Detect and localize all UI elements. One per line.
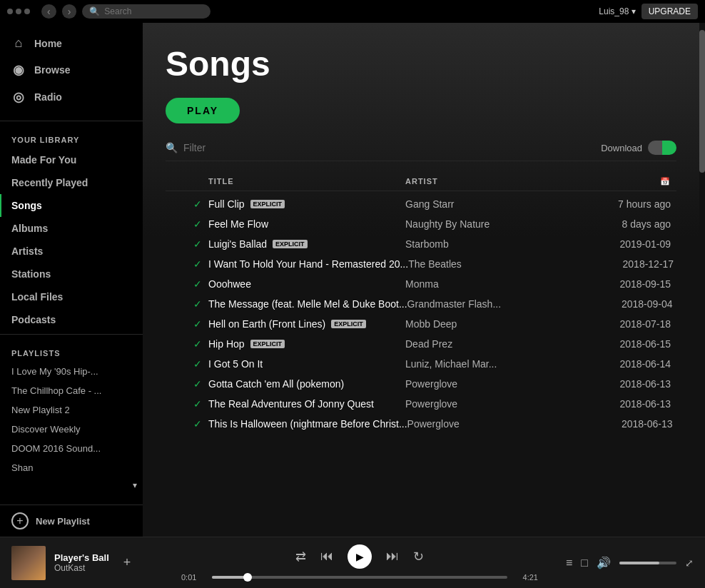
shuffle-button[interactable]: ⇄ [295, 549, 306, 564]
user-info: Luis_98 ▾ [599, 6, 635, 16]
next-button[interactable]: ⏭ [386, 549, 399, 564]
check-col: ✓ [187, 338, 208, 350]
table-row[interactable]: ✓Hell on Earth (Front Lines)EXPLICITMobb… [166, 314, 676, 334]
progress-bar[interactable] [212, 576, 507, 579]
sidebar-item-radio-label: Radio [34, 91, 62, 103]
table-row[interactable]: ✓Luigi's BalladEXPLICITStarbomb2019-01-0… [166, 234, 676, 254]
download-wrap: Download [601, 141, 676, 155]
title-cell: Hip HopEXPLICIT [208, 338, 405, 350]
check-col: ✓ [187, 278, 208, 290]
library-section-label: YOUR LIBRARY [0, 124, 143, 148]
top-bar-right: Luis_98 ▾ UPGRADE [599, 4, 698, 19]
player-album-art-inner [11, 546, 46, 580]
calendar-icon: 📅 [660, 177, 671, 186]
sidebar-item-podcasts[interactable]: Podcasts [0, 308, 143, 331]
download-toggle[interactable] [648, 141, 676, 155]
explicit-badge: EXPLICIT [273, 240, 308, 248]
check-col: ✓ [187, 318, 208, 330]
date-cell: 2018-06-13 [562, 378, 676, 390]
table-row[interactable]: ✓Full ClipEXPLICITGang Starr7 hours ago [166, 194, 676, 214]
player-add-button[interactable]: + [123, 555, 131, 570]
sidebar-item-browse-label: Browse [34, 64, 71, 76]
progress-fill [212, 576, 248, 579]
right-scrollbar[interactable] [699, 23, 705, 537]
search-input[interactable] [104, 6, 197, 16]
date-cell: 2018-07-18 [562, 318, 676, 330]
upgrade-button[interactable]: UPGRADE [641, 4, 698, 19]
songs-table: TITLE ARTIST 📅 ✓Full ClipEXPLICITGang St… [166, 173, 676, 434]
sidebar-item-made-for-you[interactable]: Made For You [0, 148, 143, 171]
sidebar-item-home[interactable]: ⌂ Home [0, 30, 143, 56]
sidebar-item-local-files-label: Local Files [11, 291, 63, 303]
title-cell: I Want To Hold Your Hand - Remastered 20… [208, 258, 408, 270]
explicit-badge: EXPLICIT [250, 200, 285, 208]
table-row[interactable]: ✓OoohweeMonma2018-09-15 [166, 274, 676, 294]
check-col: ✓ [187, 398, 208, 410]
table-row[interactable]: ✓I Got 5 On ItLuniz, Michael Mar...2018-… [166, 354, 676, 374]
check-col: ✓ [187, 298, 208, 310]
search-bar[interactable]: 🔍 [82, 4, 211, 19]
table-row[interactable]: ✓I Want To Hold Your Hand - Remastered 2… [166, 254, 676, 274]
song-title: Hell on Earth (Front Lines) [208, 318, 325, 330]
table-row[interactable]: ✓The Message (feat. Melle Mel & Duke Boo… [166, 294, 676, 314]
play-button[interactable]: PLAY [166, 98, 240, 123]
nav-forward-button[interactable]: › [62, 4, 77, 19]
date-cell: 2018-09-15 [562, 278, 676, 290]
title-cell: Gotta Catch 'em All (pokemon) [208, 378, 405, 390]
sidebar-item-radio[interactable]: ◎ Radio [0, 83, 143, 111]
title-cell: This Is Halloween (nightmare Before Chri… [208, 418, 407, 430]
repeat-button[interactable]: ↻ [413, 549, 424, 564]
col-header-check [187, 177, 208, 186]
progress-row: 0:01 4:21 [181, 573, 538, 582]
playlists-section-label: PLAYLISTS [0, 338, 143, 362]
sidebar-item-stations[interactable]: Stations [0, 263, 143, 285]
download-label: Download [601, 143, 642, 153]
table-row[interactable]: ✓The Real Adventures Of Jonny QuestPower… [166, 394, 676, 414]
artist-cell: Powerglove [407, 418, 564, 430]
sidebar-item-browse[interactable]: ◉ Browse [0, 56, 143, 83]
sidebar-item-local-files[interactable]: Local Files [0, 285, 143, 308]
song-title: This Is Halloween (nightmare Before Chri… [208, 418, 407, 430]
song-title: Ooohwee [208, 278, 251, 290]
radio-icon: ◎ [11, 89, 26, 105]
check-col: ✓ [187, 238, 208, 250]
table-row[interactable]: ✓Gotta Catch 'em All (pokemon)Powerglove… [166, 374, 676, 394]
title-cell: Ooohwee [208, 278, 405, 290]
sidebar-item-artists[interactable]: Artists [0, 240, 143, 263]
filter-input[interactable] [183, 142, 326, 153]
table-row[interactable]: ✓This Is Halloween (nightmare Before Chr… [166, 414, 676, 434]
playlist-item-6[interactable]: Shan [0, 458, 143, 477]
devices-button[interactable]: □ [581, 557, 588, 569]
playlist-item-1[interactable]: I Love My '90s Hip-... [0, 362, 143, 381]
progress-thumb [243, 573, 252, 582]
main-layout: ⌂ Home ◉ Browse ◎ Radio YOUR LIBRARY Mad… [0, 23, 705, 537]
song-title: Full Clip [208, 198, 245, 210]
prev-button[interactable]: ⏮ [320, 549, 333, 564]
playlist-item-5[interactable]: DOOM 2016 Sound... [0, 439, 143, 458]
time-current: 0:01 [181, 573, 206, 582]
sidebar-item-songs[interactable]: Songs [0, 194, 143, 217]
nav-back-button[interactable]: ‹ [41, 4, 56, 19]
sidebar-item-albums-label: Albums [11, 223, 48, 234]
playlist-scroll-down-icon[interactable]: ▾ [133, 480, 137, 490]
fullscreen-button[interactable]: ⤢ [685, 557, 694, 569]
table-row[interactable]: ✓Hip HopEXPLICITDead Prez2018-06-15 [166, 334, 676, 354]
artist-cell: Mobb Deep [405, 318, 562, 330]
playlist-item-3[interactable]: New Playlist 2 [0, 400, 143, 420]
table-row[interactable]: ✓Feel Me FlowNaughty By Nature8 days ago [166, 214, 676, 234]
window-controls [7, 9, 30, 14]
sidebar-item-albums[interactable]: Albums [0, 217, 143, 240]
playlist-item-4[interactable]: Discover Weekly [0, 420, 143, 439]
sidebar-item-recently-played[interactable]: Recently Played [0, 171, 143, 194]
volume-bar[interactable] [619, 562, 676, 564]
explicit-badge: EXPLICIT [331, 320, 366, 328]
new-playlist-button[interactable]: + New Playlist [0, 505, 143, 537]
playlist-item-2[interactable]: The Chillhop Cafe - ... [0, 381, 143, 400]
new-playlist-label: New Playlist [36, 516, 90, 527]
queue-button[interactable]: ≡ [566, 557, 572, 569]
check-col: ✓ [187, 378, 208, 390]
play-pause-button[interactable]: ▶ [348, 544, 372, 569]
filter-search-icon: 🔍 [166, 142, 178, 153]
dot-3 [24, 9, 30, 14]
right-scrollbar-thumb [699, 30, 705, 173]
